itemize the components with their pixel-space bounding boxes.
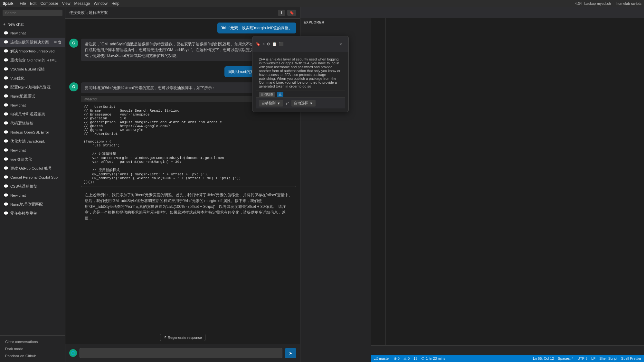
menu-window-title: backup-mysql.sh — homelab-scripts <box>584 2 641 5</box>
chat-item-nodejs-ssl[interactable]: 💬 Node.js OpenSSL Error <box>0 128 65 137</box>
chat-item-code-explain[interactable]: 💬 代码逻辑解析 <box>0 119 65 128</box>
chat-item-new1[interactable]: 💬 New chat <box>0 29 65 38</box>
chat-item-label: vue项目优化 <box>10 157 62 162</box>
chat-item-icon: 💬 <box>3 85 8 90</box>
delete-icon[interactable]: 🗑 <box>58 40 62 44</box>
chat-item-icon: 💬 <box>3 202 8 207</box>
regenerate-label: Regenerate response <box>168 336 202 339</box>
sidebar-bottom-clear[interactable]: Clear conversations <box>3 338 62 345</box>
chat-item-configure-nginx[interactable]: 💬 配置Nginx访问静态资源 <box>0 83 65 92</box>
language-display[interactable]: Shell Script <box>599 357 617 360</box>
tag-auto: 自动校准 <box>259 92 275 97</box>
chat-item-js-opt[interactable]: 💬 优化方法 JavaScript. <box>0 137 65 146</box>
chat-item-icon: 💬 <box>3 121 8 126</box>
auto-detect-btn[interactable]: 自动检测 ▼ <box>259 100 283 107</box>
code-content[interactable] <box>386 18 644 345</box>
encoding-display[interactable]: UTF-8 <box>577 357 587 360</box>
new-chat-label: New chat <box>7 22 24 27</box>
menu-help[interactable]: Help <box>111 1 119 6</box>
sidebar-bottom-dark[interactable]: Dark mode <box>3 345 62 352</box>
chat-item-label: 解决 'import/no-unresolved' <box>10 49 62 54</box>
chat-item-new4[interactable]: 💬 New chat <box>0 191 65 200</box>
menu-message[interactable]: Message <box>74 1 90 6</box>
vscode-tabs <box>300 7 644 18</box>
chat-footer-avatar: 🌐 <box>69 349 77 357</box>
chat-item-css-error[interactable]: 💬 CSS错误的修复 <box>0 182 65 191</box>
branch-icon[interactable]: ⎇ master <box>374 357 390 361</box>
chat-item-label: VSCode ESLint 报错 <box>10 67 62 72</box>
chat-item-vue-opt[interactable]: 💬 vue项目优化 <box>0 155 65 164</box>
send-button[interactable]: ➤ <box>285 348 296 358</box>
sidebar-bottom: Clear conversationsDark modePandora on G… <box>0 335 65 362</box>
regenerate-icon: ↺ <box>164 335 166 339</box>
chat-item-icon: 💬 <box>3 130 8 135</box>
popup-body: 2FA is an extra layer of security used w… <box>252 52 348 112</box>
menu-file[interactable]: File <box>20 1 26 6</box>
menu-view[interactable]: View <box>62 1 71 6</box>
chat-item-actions: ✏ 🗑 <box>54 40 62 44</box>
chat-item-label: New chat <box>10 193 62 197</box>
chat-item-icon: 💬 <box>3 58 8 63</box>
chat-item-icon: 💬 <box>3 31 8 36</box>
spaces-display[interactable]: Spaces: 4 <box>558 357 573 360</box>
chat-item-label: 代码逻辑解析 <box>10 121 62 126</box>
main-layout: +New chat 💬 New chat 💬 连接失败问题解决方案 ✏ 🗑 💬 … <box>0 7 644 362</box>
popup-expand-icon[interactable]: ⬛ <box>279 42 284 46</box>
edit-icon[interactable]: ✏ <box>54 40 57 44</box>
chat-item-connect-lost[interactable]: 💬 连接失败问题解决方案 ✏ 🗑 <box>0 38 65 47</box>
chat-item-old-html[interactable]: 💬 重找包含 Old.html 的 HTML <box>0 56 65 65</box>
vscode-panel: EXPLORER ⎇ master ⊗ 0 ⚠ 0 13 ⏱ 1 hr 23 m… <box>300 7 644 362</box>
chat-item-label: 更改 GitHub Copilot 账号 <box>10 166 62 171</box>
popup-copy-icon[interactable]: 📋 <box>272 42 277 46</box>
branch-name: master <box>379 357 390 360</box>
chat-item-vue[interactable]: 💬 Vue优化 <box>0 74 65 83</box>
chat-item-label: 重找包含 Old.html 的 HTML <box>10 58 62 63</box>
chat-item-tv[interactable]: 💬 电视尺寸和观看距离 <box>0 110 65 119</box>
menu-composer[interactable]: Composer <box>40 1 58 6</box>
auto-select-btn[interactable]: 自动选择 ▼ <box>291 100 316 107</box>
popup-close-button[interactable]: × <box>336 39 345 49</box>
chat-item-icon: 💬 <box>3 94 8 99</box>
popup-close-icon[interactable]: × <box>262 42 265 46</box>
chat-item-icon: 💬 <box>3 112 8 117</box>
avatar-ai-1: G <box>69 39 78 48</box>
share-button[interactable]: ⬆ <box>278 10 285 16</box>
chat-item-label: 配置Nginx访问静态资源 <box>10 85 62 90</box>
sidebar-bottom-pandora[interactable]: Pandora on Github <box>3 352 62 359</box>
menu-window[interactable]: Window <box>94 1 108 6</box>
popup-bookmark-icon[interactable]: 🔖 <box>256 42 260 46</box>
regenerate-area: ↺ Regenerate response <box>65 331 300 344</box>
chat-item-vscode-eslint[interactable]: 💬 VSCode ESLint 报错 <box>0 65 65 74</box>
warning-count[interactable]: ⚠ 0 <box>403 357 410 361</box>
chat-item-icon: 💬 <box>3 103 8 108</box>
regenerate-button[interactable]: ↺ Regenerate response <box>160 334 205 341</box>
search-input[interactable] <box>3 10 62 16</box>
code-content: // ==UserScript== // @name Google Search… <box>81 102 296 187</box>
chat-item-new3[interactable]: 💬 New chat <box>0 146 65 155</box>
chat-item-label: 电视尺寸和观看距离 <box>10 112 62 117</box>
bookmark-button[interactable]: 🔖 <box>287 10 296 16</box>
chat-main: 连接失败问题解决方案 ⬆ 🔖 '#rhs'元素，以实现'margin-left'… <box>65 7 300 362</box>
chat-item-nginx-config[interactable]: 💬 Nginx配置重试 <box>0 92 65 101</box>
auto-detect-chevron: ▼ <box>277 101 280 105</box>
chat-item-icon: 💬 <box>3 49 8 54</box>
menu-edit[interactable]: Edit <box>30 1 37 6</box>
cursor-position[interactable]: Ln 65, Col 12 <box>533 357 554 360</box>
chat-item-github-update[interactable]: 💬 更改 GitHub Copilot 账号 <box>0 164 65 173</box>
chat-item-label: New chat <box>10 103 62 107</box>
plus-icon: + <box>3 22 5 27</box>
chat-item-cancel-copilot[interactable]: 💬 Cancel Personal Copilot Sub <box>0 173 65 182</box>
line-ending-display[interactable]: LF <box>592 357 596 360</box>
error-count[interactable]: ⊗ 0 <box>394 357 400 361</box>
chat-item-new2[interactable]: 💬 New chat <box>0 101 65 110</box>
new-chat-button-top[interactable]: +New chat <box>0 20 65 29</box>
chat-item-nginx-location[interactable]: 💬 Nginx地理位置匹配 <box>0 200 65 209</box>
chat-input[interactable] <box>80 348 282 358</box>
swap-icon[interactable]: ⇄ <box>286 101 289 106</box>
chat-item-zero-sample[interactable]: 💬 零任务模型举例 <box>0 209 65 218</box>
chat-item-resolve[interactable]: 💬 解决 'import/no-unresolved' <box>0 47 65 56</box>
chat-header-actions: ⬆ 🔖 <box>278 10 296 16</box>
auto-select-chevron: ▼ <box>309 101 313 105</box>
popup-settings-icon[interactable]: ⚙ <box>267 42 270 46</box>
bottom-panel <box>371 345 644 355</box>
